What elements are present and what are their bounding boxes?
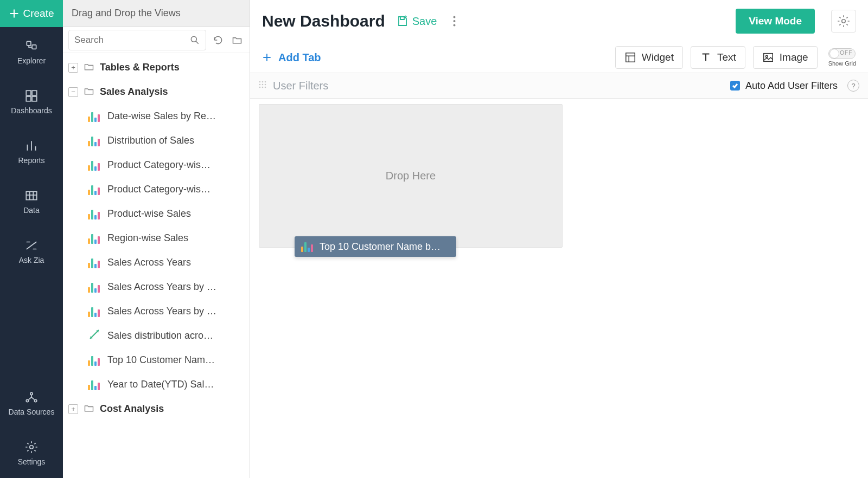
tree-report-item[interactable]: Product Category-wis… bbox=[63, 153, 250, 177]
nav-ask-zia[interactable]: Ask Zia bbox=[0, 227, 63, 276]
svg-rect-1 bbox=[32, 45, 36, 49]
image-icon bbox=[762, 51, 774, 63]
more-menu-button[interactable] bbox=[448, 15, 461, 28]
nav-reports[interactable]: Reports bbox=[0, 127, 63, 177]
svg-point-15 bbox=[453, 24, 455, 27]
expand-icon[interactable]: + bbox=[68, 63, 78, 73]
report-item-label: Sales Across Years by … bbox=[107, 306, 216, 317]
svg-point-20 bbox=[259, 81, 261, 83]
create-label: Create bbox=[23, 8, 54, 20]
tree-report-item[interactable]: Region-wise Sales bbox=[63, 226, 250, 250]
svg-point-16 bbox=[842, 20, 846, 23]
auto-add-user-filters[interactable]: Auto Add User Filters ? bbox=[730, 80, 859, 92]
report-item-label: Sales distribution acro… bbox=[107, 330, 213, 341]
svg-point-13 bbox=[453, 16, 455, 18]
tree-folder[interactable]: +Tables & Reports bbox=[63, 55, 250, 80]
chart-icon bbox=[88, 209, 101, 219]
nav-explorer[interactable]: Explorer bbox=[0, 27, 63, 77]
tree-toolbar bbox=[63, 27, 250, 53]
add-image-button[interactable]: Image bbox=[753, 46, 818, 69]
tree-report-item[interactable]: Product Category-wis… bbox=[63, 177, 250, 202]
folder-icon bbox=[84, 86, 94, 99]
svg-point-19 bbox=[765, 55, 768, 57]
expand-icon[interactable]: + bbox=[68, 404, 78, 414]
report-item-label: Sales Across Years bbox=[107, 257, 191, 268]
refresh-icon bbox=[213, 35, 224, 46]
chart-icon bbox=[88, 233, 101, 244]
dashboard-settings-button[interactable] bbox=[831, 10, 856, 33]
add-widget-button[interactable]: Widget bbox=[615, 46, 683, 69]
tree-header: Drag and Drop the Views bbox=[63, 0, 250, 27]
dragging-chip[interactable]: Top 10 Customer Name b… bbox=[295, 236, 456, 257]
nav-data[interactable]: Data bbox=[0, 177, 63, 227]
svg-rect-2 bbox=[26, 91, 31, 95]
drop-zone[interactable]: Drop Here bbox=[259, 104, 563, 248]
help-icon[interactable]: ? bbox=[847, 80, 859, 92]
nav-ask-zia-label: Ask Zia bbox=[19, 256, 44, 264]
main: New Dashboard Save View Mode Add Tab bbox=[250, 0, 868, 478]
chart-icon bbox=[88, 282, 101, 293]
svg-point-14 bbox=[453, 20, 455, 22]
tree-report-item[interactable]: Sales Across Years bbox=[63, 250, 250, 275]
ask-zia-icon bbox=[24, 238, 39, 253]
svg-point-11 bbox=[30, 445, 34, 449]
nav-settings[interactable]: Settings bbox=[0, 428, 63, 478]
svg-point-9 bbox=[26, 399, 28, 402]
view-mode-button[interactable]: View Mode bbox=[736, 9, 815, 34]
svg-point-21 bbox=[262, 81, 264, 83]
folder-icon bbox=[84, 403, 94, 416]
tree-folder[interactable]: −Sales Analysis bbox=[63, 80, 250, 104]
drag-handle-icon[interactable] bbox=[259, 81, 266, 91]
tree-report-item[interactable]: Date-wise Sales by Re… bbox=[63, 104, 250, 128]
report-item-label: Date-wise Sales by Re… bbox=[107, 111, 216, 122]
user-filters-label: User Filters bbox=[273, 80, 328, 92]
svg-point-23 bbox=[259, 84, 261, 86]
show-grid-toggle[interactable]: OFF bbox=[828, 48, 856, 59]
app-root: Create Explorer Dashboards Reports Data … bbox=[0, 0, 868, 478]
tree-folder[interactable]: +Cost Analysis bbox=[63, 397, 250, 421]
chart-icon bbox=[88, 257, 101, 268]
add-tab-button[interactable]: Add Tab bbox=[262, 51, 321, 64]
auto-filters-label: Auto Add User Filters bbox=[745, 80, 838, 92]
report-item-label: Product-wise Sales bbox=[107, 208, 191, 219]
svg-point-12 bbox=[191, 36, 196, 42]
tree-report-item[interactable]: Distribution of Sales bbox=[63, 128, 250, 153]
tree-report-item[interactable]: Year to Date(YTD) Sal… bbox=[63, 372, 250, 397]
add-text-button[interactable]: Text bbox=[691, 46, 745, 69]
tree-report-item[interactable]: Product-wise Sales bbox=[63, 202, 250, 226]
svg-point-7 bbox=[35, 242, 36, 243]
check-icon bbox=[732, 82, 738, 89]
auto-filters-checkbox[interactable] bbox=[730, 81, 740, 91]
svg-point-24 bbox=[262, 84, 264, 86]
chart-icon bbox=[88, 160, 101, 171]
reports-icon bbox=[24, 139, 39, 153]
nav-dashboards[interactable]: Dashboards bbox=[0, 77, 63, 127]
svg-rect-3 bbox=[32, 91, 37, 95]
create-button[interactable]: Create bbox=[0, 0, 63, 27]
tree-report-item[interactable]: Sales distribution acro… bbox=[63, 324, 250, 348]
nav-reports-label: Reports bbox=[18, 156, 44, 165]
tree-report-item[interactable]: Sales Across Years by … bbox=[63, 275, 250, 299]
new-folder-button[interactable] bbox=[229, 33, 244, 48]
collapse-icon[interactable]: − bbox=[68, 87, 78, 97]
chart-icon bbox=[88, 135, 101, 146]
tree-header-text: Drag and Drop the Views bbox=[72, 8, 181, 19]
dashboard-canvas[interactable]: Drop Here Top 10 Customer Name b… bbox=[250, 99, 868, 478]
dragging-chip-label: Top 10 Customer Name b… bbox=[320, 241, 441, 253]
nav-data-sources[interactable]: Data Sources bbox=[0, 378, 63, 428]
plus-icon bbox=[262, 53, 272, 62]
refresh-button[interactable] bbox=[210, 33, 225, 48]
report-item-label: Region-wise Sales bbox=[107, 232, 188, 244]
svg-rect-0 bbox=[27, 41, 31, 46]
toggle-state-label: OFF bbox=[840, 50, 852, 56]
search-input-wrap[interactable] bbox=[68, 30, 206, 50]
tree-report-item[interactable]: Top 10 Customer Nam… bbox=[63, 348, 250, 372]
tree-report-item[interactable]: Sales Across Years by … bbox=[63, 299, 250, 324]
tree[interactable]: +Tables & Reports−Sales AnalysisDate-wis… bbox=[63, 53, 250, 478]
search-input[interactable] bbox=[74, 35, 189, 46]
svg-point-27 bbox=[262, 87, 264, 88]
toggle-knob bbox=[829, 49, 839, 59]
folder-label: Sales Analysis bbox=[100, 86, 168, 98]
save-button[interactable]: Save bbox=[396, 15, 437, 28]
chart-icon bbox=[88, 184, 101, 195]
